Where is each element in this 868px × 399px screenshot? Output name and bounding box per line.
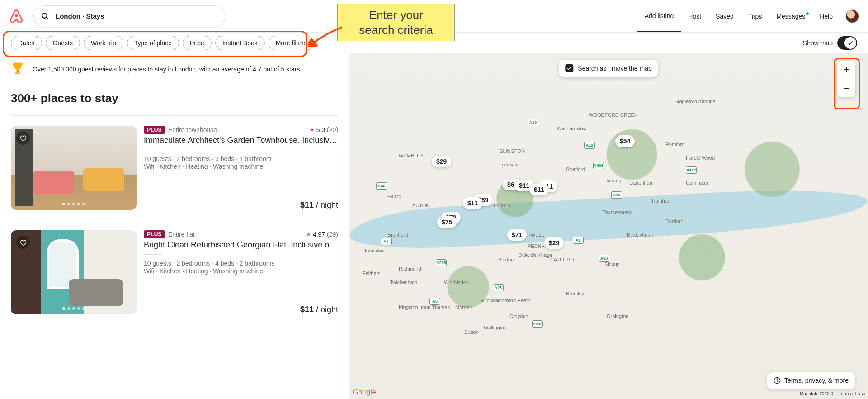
rating-count: (20) <box>327 126 338 133</box>
svg-line-1 <box>46 17 48 19</box>
header-nav: Add listing Host Saved Trips Messages He… <box>637 0 859 32</box>
listing-info: PLUS Entire townhouse ★ 5.0 (20) Immacul… <box>144 126 338 210</box>
listing-type: Entire townhouse <box>168 126 217 133</box>
nav-host[interactable]: Host <box>681 1 708 32</box>
filter-work-trip[interactable]: Work trip <box>84 36 123 50</box>
star-icon: ★ <box>310 127 315 133</box>
map-price-pin[interactable]: $29 <box>432 156 451 167</box>
svg-point-0 <box>42 13 47 18</box>
svg-rect-3 <box>15 72 20 74</box>
show-map-control: Show map <box>803 36 857 50</box>
map-price-pin[interactable]: $11 <box>463 197 482 209</box>
filter-instant-book[interactable]: Instant Book <box>215 36 265 50</box>
image-pagination-dots <box>62 307 85 310</box>
filter-more-filters[interactable]: More filters <box>269 36 314 50</box>
svg-point-6 <box>777 379 777 379</box>
listing-meta-capacity: 10 guests · 2 bedrooms · 3 beds · 1 bath… <box>144 155 338 162</box>
rating-value: 5.0 <box>316 126 325 133</box>
listing-info: PLUS Entire flat ★ 4.97 (29) Bright Clea… <box>144 230 338 314</box>
zoom-in-button[interactable] <box>837 61 855 79</box>
map-price-pin[interactable]: $11 <box>529 184 549 195</box>
map-price-pin[interactable]: $75 <box>437 216 457 228</box>
listing-card[interactable]: PLUS Entire flat ★ 4.97 (29) Bright Clea… <box>0 220 349 324</box>
listing-card[interactable]: PLUS Entire townhouse ★ 5.0 (20) Immacul… <box>0 116 349 220</box>
map-terms-link[interactable]: Terms of Use <box>839 391 865 396</box>
listing-price: $11 / night <box>144 200 338 210</box>
filter-price[interactable]: Price <box>183 36 212 50</box>
price-amount: $11 <box>300 305 314 314</box>
listing-rating: ★ 4.97 (29) <box>306 231 338 238</box>
results-heading: 300+ places to stay <box>0 85 349 115</box>
filter-guests[interactable]: Guests <box>46 36 80 50</box>
zoom-out-button[interactable] <box>837 79 855 97</box>
map-price-pin[interactable]: $29 <box>544 237 564 249</box>
annotation-callout-line1: Enter your <box>344 8 448 23</box>
annotation-callout-line2: search criteria <box>344 23 448 38</box>
search-icon <box>41 12 49 20</box>
annotation-callout: Enter your search criteria <box>337 4 455 41</box>
terms-privacy-label: Terms, privacy, & more <box>784 377 849 384</box>
nav-messages[interactable]: Messages <box>769 1 812 32</box>
svg-rect-2 <box>17 70 19 72</box>
plus-badge: PLUS <box>144 126 165 134</box>
listing-title: Bright Clean Refurbished Georgian Flat. … <box>144 240 338 250</box>
search-text: London · Stays <box>56 12 104 20</box>
nav-messages-label: Messages <box>776 13 805 20</box>
info-icon <box>774 377 781 384</box>
avatar[interactable] <box>845 10 859 23</box>
nav-add-listing[interactable]: Add listing <box>637 0 681 32</box>
annotation-arrow-icon <box>308 25 344 48</box>
listing-meta-capacity: 10 guests · 2 bedrooms · 4 beds · 2 bath… <box>144 260 338 267</box>
listing-type: Entire flat <box>168 231 195 238</box>
price-amount: $11 <box>300 200 314 209</box>
notification-dot-icon <box>806 12 809 15</box>
toggle-knob <box>844 37 856 49</box>
listing-image[interactable] <box>11 230 137 314</box>
rating-value: 4.97 <box>313 231 325 238</box>
map-price-pin[interactable]: $54 <box>615 135 635 147</box>
reviews-banner-text: Over 1,500,000 guest reviews for places … <box>33 66 302 73</box>
filter-type-of-place[interactable]: Type of place <box>127 36 179 50</box>
listing-meta-amenities: Wifi · Kitchen · Heating · Washing machi… <box>144 163 338 170</box>
map-panel[interactable]: Search as I move the map $54$29$64$11$11… <box>349 53 868 399</box>
trophy-icon <box>11 62 24 77</box>
google-logo: Google <box>353 388 376 396</box>
search-bar[interactable]: London · Stays <box>33 5 225 27</box>
filter-dates[interactable]: Dates <box>11 36 42 50</box>
price-per: / night <box>314 200 338 209</box>
search-as-move-label: Search as I move the map <box>578 65 651 72</box>
main-content: Over 1,500,000 guest reviews for places … <box>0 53 868 399</box>
image-pagination-dots <box>62 203 85 205</box>
listing-rating: ★ 5.0 (20) <box>310 126 338 133</box>
zoom-control <box>837 61 855 97</box>
plus-badge: PLUS <box>144 230 165 238</box>
nav-saved[interactable]: Saved <box>708 1 741 32</box>
search-as-move-control[interactable]: Search as I move the map <box>559 60 658 77</box>
map-data-label: Map data ©2020 <box>800 391 833 396</box>
terms-privacy-button[interactable]: Terms, privacy, & more <box>767 372 855 389</box>
listing-price: $11 / night <box>144 305 338 314</box>
reviews-banner: Over 1,500,000 guest reviews for places … <box>0 53 349 85</box>
search-as-move-checkbox[interactable] <box>565 64 573 72</box>
map-attribution: Map data ©2020 Terms of Use <box>800 391 865 396</box>
map-price-pin[interactable]: $71 <box>507 229 527 241</box>
divider <box>144 254 162 255</box>
show-map-toggle[interactable] <box>837 36 857 50</box>
star-icon: ★ <box>306 231 311 238</box>
nav-help[interactable]: Help <box>812 1 840 32</box>
nav-trips[interactable]: Trips <box>741 1 769 32</box>
airbnb-logo-icon[interactable] <box>9 9 24 24</box>
map-background <box>349 53 868 399</box>
price-per: / night <box>314 305 338 314</box>
listing-meta-amenities: Wifi · Kitchen · Heating · Washing machi… <box>144 267 338 275</box>
listing-title: Immaculate Architect's Garden Townhouse.… <box>144 136 338 145</box>
divider <box>144 150 162 150</box>
save-heart-button[interactable] <box>16 236 30 249</box>
show-map-label: Show map <box>803 39 833 47</box>
results-panel: Over 1,500,000 guest reviews for places … <box>0 53 349 399</box>
listing-image[interactable] <box>11 126 137 210</box>
filters-group: Dates Guests Work trip Type of place Pri… <box>11 36 314 50</box>
save-heart-button[interactable] <box>16 131 30 145</box>
rating-count: (29) <box>327 231 338 238</box>
